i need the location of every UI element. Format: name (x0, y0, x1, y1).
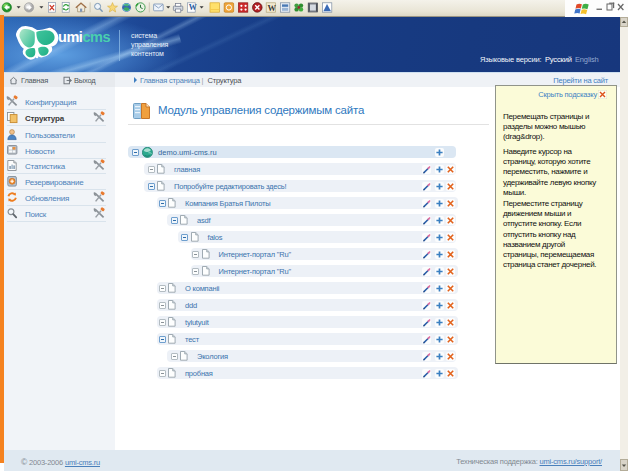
svg-text:W: W (267, 3, 276, 13)
svg-text:W: W (189, 3, 197, 12)
